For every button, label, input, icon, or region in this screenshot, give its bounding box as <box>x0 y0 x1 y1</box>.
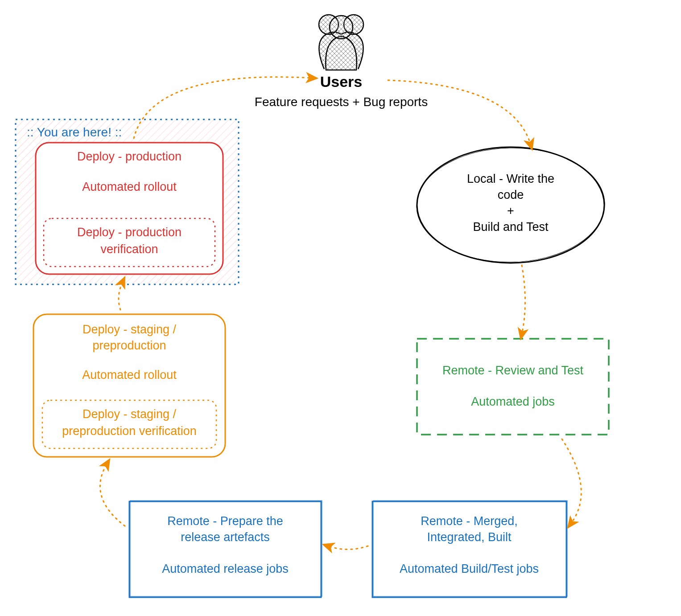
local-node: Local - Write the code + Build and Test <box>416 146 606 263</box>
release-line3: Automated release jobs <box>162 562 289 575</box>
local-line4: Build and Test <box>473 220 549 234</box>
deploy-staging-node: Deploy - staging / preproduction Automat… <box>33 314 225 457</box>
local-line2: code <box>498 188 524 201</box>
remote-release-node: Remote - Prepare the release artefacts A… <box>129 501 322 597</box>
release-line1: Remote - Prepare the <box>167 514 283 528</box>
svg-rect-12 <box>417 339 609 435</box>
release-line2: release artefacts <box>181 530 270 544</box>
users-icon <box>319 15 363 70</box>
arrow-release-to-staging <box>100 464 125 526</box>
remote-review-node: Remote - Review and Test Automated jobs <box>417 339 609 435</box>
deploy-stg-title2: preproduction <box>92 339 166 352</box>
deploy-prod-title: Deploy - production <box>77 150 182 163</box>
deploy-prod-inner1: Deploy - production <box>77 226 182 239</box>
arrow-staging-to-prod <box>119 282 123 310</box>
deploy-production-node: Deploy - production Automated rollout De… <box>36 143 223 274</box>
deploy-prod-inner2: verification <box>100 242 158 256</box>
deploy-stg-inner2: preproduction verification <box>62 424 197 438</box>
users-title: Users <box>320 73 363 90</box>
local-line1: Local - Write the <box>467 172 554 185</box>
deploy-stg-inner1: Deploy - staging / <box>83 407 177 421</box>
local-line3: + <box>507 204 514 218</box>
arrow-merged-to-release <box>328 546 368 550</box>
review-line1: Remote - Review and Test <box>442 364 584 377</box>
deploy-stg-title1: Deploy - staging / <box>83 323 177 336</box>
merged-line2: Integrated, Built <box>427 530 512 544</box>
svg-point-3 <box>330 16 353 39</box>
diagram-canvas: Users Feature requests + Bug reports :: … <box>0 0 681 616</box>
deploy-stg-line2: Automated rollout <box>82 368 177 382</box>
merged-line3: Automated Build/Test jobs <box>400 562 539 575</box>
arrow-users-to-local <box>388 80 531 145</box>
remote-merged-node: Remote - Merged, Integrated, Built Autom… <box>372 501 567 597</box>
arrow-local-to-review <box>522 265 525 334</box>
users-subtitle: Feature requests + Bug reports <box>255 95 428 109</box>
review-line2: Automated jobs <box>471 395 555 408</box>
merged-line1: Remote - Merged, <box>421 514 518 528</box>
deploy-prod-line2: Automated rollout <box>82 180 177 193</box>
callout-label: :: You are here! :: <box>27 125 122 139</box>
